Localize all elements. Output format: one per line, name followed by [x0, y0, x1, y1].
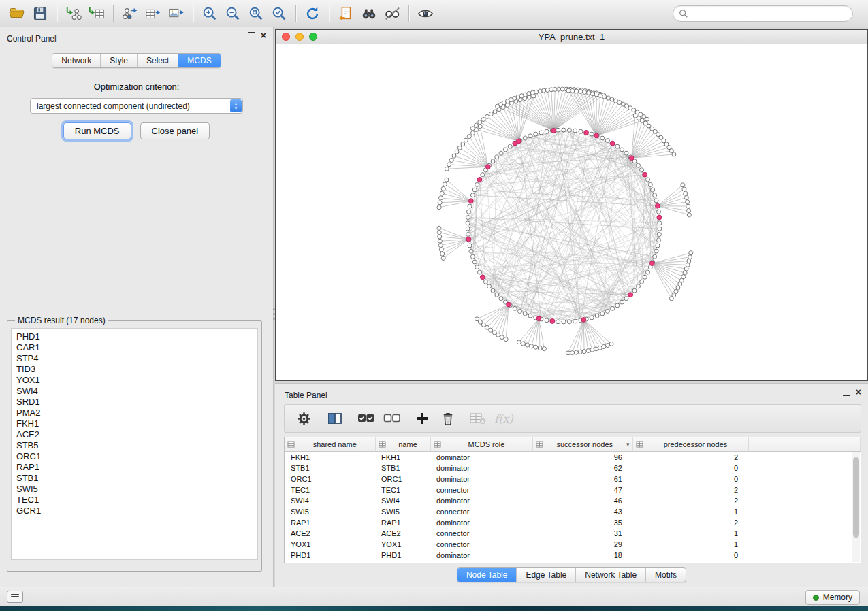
cell-name: ACE2 — [375, 528, 430, 539]
zoom-out-button[interactable] — [221, 3, 244, 24]
window-close-button[interactable] — [282, 33, 290, 41]
zoom-fit-button[interactable] — [244, 3, 268, 24]
network-window-titlebar[interactable]: YPA_prune.txt_1 — [276, 30, 867, 45]
memory-status-icon — [813, 595, 819, 601]
share-document-icon — [337, 5, 355, 22]
optimization-criterion-select[interactable]: largest connected component (undirected)… — [30, 98, 243, 114]
column-header-predecessor-nodes[interactable]: predecessor nodes — [632, 437, 748, 452]
show-columns-button[interactable] — [324, 408, 346, 429]
tab-network[interactable]: Network — [52, 54, 101, 67]
run-mcds-button[interactable]: Run MCDS — [63, 122, 131, 139]
create-column-button[interactable] — [411, 408, 433, 429]
zoom-selected-button[interactable] — [268, 3, 291, 24]
mcds-result-item[interactable]: TID3 — [16, 364, 253, 375]
table-row[interactable]: SWI4 SWI4 dominator 46 2 — [285, 495, 861, 506]
float-panel-icon[interactable] — [843, 389, 850, 396]
table-row[interactable]: PHD1 PHD1 dominator 18 0 — [285, 550, 861, 561]
close-panel-icon[interactable]: × — [856, 388, 861, 396]
mcds-result-item[interactable]: STP4 — [16, 353, 253, 364]
show-graphics-details-button[interactable] — [414, 3, 437, 24]
search-input[interactable] — [688, 8, 847, 19]
mcds-result-item[interactable]: PMA2 — [16, 408, 253, 418]
cell-shared-name: RAP1 — [285, 517, 375, 528]
float-panel-icon[interactable] — [248, 32, 255, 39]
delete-column-button[interactable] — [437, 408, 459, 429]
cell-name: SWI5 — [375, 506, 430, 517]
zoom-selected-icon — [270, 5, 288, 22]
close-panel-icon[interactable]: × — [261, 31, 266, 39]
export-table-button[interactable] — [142, 3, 165, 24]
tab-network-table[interactable]: Network Table — [576, 568, 646, 582]
window-minimize-button[interactable] — [295, 33, 304, 41]
open-file-button[interactable] — [5, 3, 29, 24]
cell-successor-nodes: 61 — [532, 474, 632, 484]
glasses-slash-icon — [383, 5, 402, 22]
table-panel: Table Panel × f(x) shared name name MCDS… — [275, 383, 868, 587]
table-row[interactable]: SWI5 SWI5 connector 43 1 — [285, 506, 861, 517]
tab-motifs[interactable]: Motifs — [646, 568, 686, 582]
import-table-button[interactable] — [85, 3, 108, 24]
tab-style[interactable]: Style — [101, 54, 138, 67]
column-header-mcds-role[interactable]: MCDS role — [430, 437, 532, 452]
scrollbar-thumb[interactable] — [853, 457, 859, 538]
table-row[interactable]: YOX1 YOX1 connector 29 1 — [285, 539, 861, 550]
save-button[interactable] — [29, 3, 52, 24]
column-header-name[interactable]: name — [375, 437, 430, 452]
mcds-result-item[interactable]: TEC1 — [16, 495, 253, 506]
cell-successor-nodes: 46 — [532, 495, 632, 506]
mcds-result-item[interactable]: ACE2 — [16, 429, 253, 440]
mcds-result-item[interactable]: CAR1 — [16, 342, 253, 353]
window-zoom-button[interactable] — [309, 33, 317, 41]
tab-node-table[interactable]: Node Table — [457, 568, 517, 582]
table-row[interactable]: FKH1 FKH1 dominator 96 2 — [285, 452, 861, 463]
cell-mcds-role: connector — [430, 506, 532, 517]
cell-mcds-role: connector — [430, 528, 532, 539]
network-graph[interactable] — [276, 44, 867, 380]
import-network-button[interactable] — [62, 3, 85, 24]
table-settings-button[interactable] — [293, 408, 315, 429]
close-panel-button[interactable]: Close panel — [140, 122, 210, 139]
mcds-result-item[interactable]: SWI5 — [16, 484, 253, 495]
toolbar-separator — [113, 5, 114, 22]
cell-predecessor-nodes: 0 — [632, 550, 748, 561]
task-history-button[interactable] — [7, 591, 23, 603]
memory-button[interactable]: Memory — [805, 590, 860, 605]
toolbar-separator — [193, 5, 193, 22]
export-image-button[interactable] — [165, 3, 188, 24]
hide-details-button[interactable] — [381, 3, 404, 24]
table-row[interactable]: TEC1 TEC1 connector 47 2 — [285, 484, 861, 495]
select-all-button[interactable] — [355, 408, 377, 429]
table-scrollbar[interactable] — [852, 452, 860, 562]
mcds-result-item[interactable]: GCR1 — [16, 506, 253, 516]
column-header-successor-nodes[interactable]: successor nodes▾ — [532, 437, 632, 452]
sort-indicator-icon[interactable]: ▾ — [626, 441, 630, 448]
mcds-result-item[interactable]: RAP1 — [16, 462, 253, 473]
share-document-button[interactable] — [334, 3, 357, 24]
column-header-shared-name[interactable]: shared name — [285, 437, 375, 452]
search-network-button[interactable] — [357, 3, 381, 24]
refresh-button[interactable] — [301, 3, 324, 24]
mcds-result-item[interactable]: SWI4 — [16, 386, 253, 397]
table-row[interactable]: ACE2 ACE2 connector 31 1 — [285, 528, 861, 539]
table-row[interactable]: ORC1 ORC1 dominator 61 0 — [285, 474, 861, 484]
export-network-button[interactable] — [118, 3, 142, 24]
cell-predecessor-nodes: 2 — [632, 495, 748, 506]
mcds-result-item[interactable]: ORC1 — [16, 451, 253, 462]
zoom-in-button[interactable] — [198, 3, 221, 24]
tab-select[interactable]: Select — [138, 54, 178, 67]
trash-icon — [441, 412, 455, 426]
mcds-result-item[interactable]: YOX1 — [16, 375, 253, 386]
table-row[interactable]: STB1 STB1 dominator 62 0 — [285, 463, 861, 474]
tab-mcds[interactable]: MCDS — [178, 54, 220, 67]
cell-name: TEC1 — [375, 484, 430, 495]
deselect-all-button[interactable] — [381, 408, 403, 429]
mcds-result-item[interactable]: PHD1 — [16, 331, 253, 342]
control-panel: Control Panel × Network Style Select MCD… — [0, 27, 274, 588]
mcds-result-item[interactable]: STB5 — [16, 440, 253, 451]
table-row[interactable]: RAP1 RAP1 dominator 35 2 — [285, 517, 861, 528]
mcds-result-item[interactable]: SRD1 — [16, 397, 253, 408]
tab-edge-table[interactable]: Edge Table — [517, 568, 576, 582]
network-canvas[interactable] — [276, 44, 867, 380]
mcds-result-item[interactable]: STB1 — [16, 473, 253, 484]
mcds-result-item[interactable]: FKH1 — [16, 418, 253, 429]
